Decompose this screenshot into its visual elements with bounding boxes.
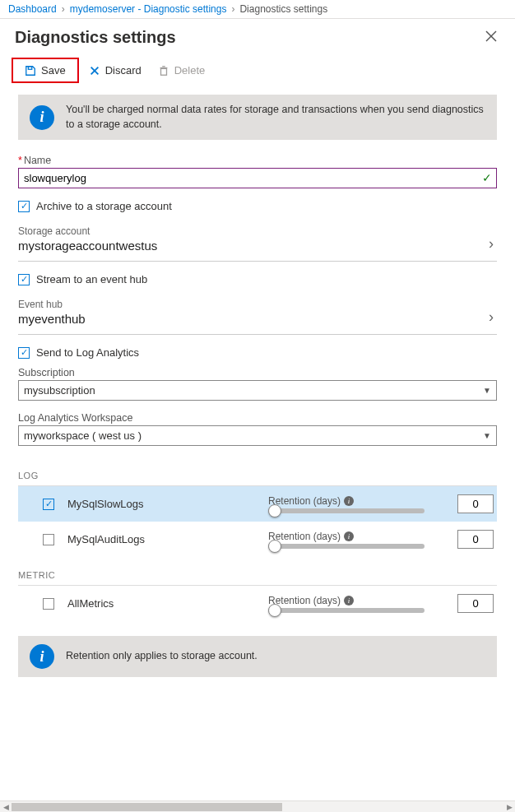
horizontal-scrollbar[interactable]: ◀ ▶ [0, 800, 515, 812]
retention-label: Retention (days)i [268, 531, 446, 542]
scroll-right-icon[interactable]: ▶ [503, 801, 515, 813]
stream-checkbox[interactable] [18, 274, 30, 285]
page-title: Diagnostics settings [15, 28, 176, 47]
info-text: You'll be charged normal data rates for … [66, 103, 485, 132]
svg-rect-2 [28, 66, 31, 69]
workspace-label: Log Analytics Workspace [18, 412, 497, 424]
slowlogs-label: MySqlSlowLogs [67, 498, 144, 510]
chevron-right-icon: › [489, 309, 497, 326]
chevron-down-icon: ▼ [483, 431, 491, 440]
eventhub-value: myeventhub [18, 312, 86, 326]
name-label: *Name [18, 155, 497, 166]
subscription-label: Subscription [18, 367, 497, 378]
eventhub-label: Event hub [18, 299, 86, 310]
delete-button[interactable]: Delete [151, 61, 212, 80]
subscription-value: mysubscription [24, 384, 95, 397]
archive-label: Archive to a storage account [36, 200, 172, 212]
info-banner-charges: i You'll be charged normal data rates fo… [18, 95, 497, 140]
event-hub-picker[interactable]: Event hub myeventhub › [18, 294, 497, 335]
chevron-right-icon: › [231, 3, 234, 15]
info-icon: i [30, 644, 54, 669]
close-icon [485, 30, 497, 42]
send-la-label: Send to Log Analytics [36, 346, 139, 359]
breadcrumb-dashboard[interactable]: Dashboard [8, 3, 57, 15]
send-la-checkbox[interactable] [18, 347, 30, 359]
info-icon[interactable]: i [344, 496, 354, 506]
log-section-header: LOG [18, 457, 497, 486]
archive-checkbox[interactable] [18, 201, 30, 212]
save-label: Save [41, 64, 66, 77]
chevron-down-icon: ▼ [483, 386, 491, 395]
log-row-slow: MySqlSlowLogs Retention (days)i [18, 486, 497, 522]
storage-value: mystorageaccountwestus [18, 239, 157, 253]
info-banner-retention: i Retention only applies to storage acco… [18, 636, 497, 677]
info-icon[interactable]: i [344, 596, 354, 606]
metric-section-header: METRIC [18, 557, 497, 586]
workspace-select[interactable]: myworkspace ( west us ) ▼ [18, 425, 497, 446]
info-icon: i [30, 105, 54, 130]
allmetrics-checkbox[interactable] [43, 598, 54, 610]
breadcrumb-current: Diagnostics settings [239, 3, 327, 15]
allmetrics-label: AllMetrics [67, 597, 114, 610]
chevron-right-icon: › [62, 3, 65, 15]
slowlogs-checkbox[interactable] [43, 499, 54, 510]
log-row-audit: MySqlAuditLogs Retention (days)i [18, 522, 497, 557]
save-icon [25, 65, 36, 77]
metric-row-all: AllMetrics Retention (days)i [18, 586, 497, 621]
discard-label: Discard [105, 64, 142, 77]
subscription-select[interactable]: mysubscription ▼ [18, 380, 497, 401]
info-icon[interactable]: i [344, 531, 354, 541]
retention-input-slow[interactable] [457, 494, 494, 513]
chevron-right-icon: › [489, 235, 497, 253]
auditlogs-label: MySqlAuditLogs [67, 533, 145, 545]
close-button[interactable] [482, 26, 500, 49]
breadcrumb-server[interactable]: mydemoserver - Diagnostic settings [70, 3, 227, 15]
storage-label: Storage account [18, 225, 157, 237]
svg-rect-5 [160, 68, 166, 75]
info-text: Retention only applies to storage accoun… [66, 649, 258, 664]
workspace-value: myworkspace ( west us ) [24, 429, 142, 442]
delete-icon [158, 65, 169, 77]
retention-slider-audit[interactable] [268, 544, 425, 549]
discard-button[interactable]: Discard [82, 61, 148, 80]
retention-label: Retention (days)i [268, 595, 446, 606]
stream-label: Stream to an event hub [36, 273, 147, 285]
retention-input-all[interactable] [457, 594, 494, 613]
breadcrumb: Dashboard › mydemoserver - Diagnostic se… [0, 0, 515, 19]
save-button[interactable]: Save [18, 61, 72, 80]
retention-slider-slow[interactable] [268, 508, 425, 513]
delete-label: Delete [174, 64, 206, 77]
scroll-left-icon[interactable]: ◀ [0, 801, 12, 813]
retention-slider-all[interactable] [268, 608, 425, 613]
discard-icon [89, 65, 100, 77]
retention-label: Retention (days)i [268, 495, 446, 507]
name-input[interactable] [18, 168, 497, 188]
retention-input-audit[interactable] [457, 530, 494, 549]
toolbar: Save Discard Delete [0, 53, 515, 95]
valid-icon: ✓ [482, 171, 492, 184]
storage-account-picker[interactable]: Storage account mystorageaccountwestus › [18, 220, 497, 262]
auditlogs-checkbox[interactable] [43, 534, 54, 545]
